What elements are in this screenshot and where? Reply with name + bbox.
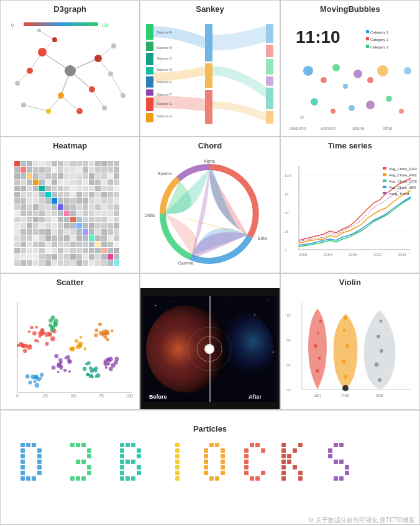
svg-rect-302: [95, 235, 101, 241]
cell-violin[interactable]: Violin: [280, 273, 420, 410]
footer: ⚙ 关于数据分析与可视化 @TCTO博客: [308, 516, 415, 525]
svg-rect-212: [64, 204, 70, 210]
svg-rect-287: [107, 229, 113, 235]
svg-rect-164: [83, 186, 88, 191]
cell-heatmap[interactable]: Heatmap (function() { const svg = docume…: [0, 137, 140, 273]
svg-point-500: [53, 322, 57, 325]
svg-rect-271: [114, 223, 119, 229]
cell-scatter[interactable]: Scatter 0255075100 (function() { const s…: [0, 273, 140, 410]
svg-point-510: [103, 361, 107, 365]
svg-rect-158: [45, 186, 51, 191]
svg-rect-211: [58, 204, 63, 210]
svg-point-437: [66, 355, 70, 360]
svg-rect-247: [70, 217, 76, 222]
cell-imageslider[interactable]: ImageSlider: [140, 273, 280, 410]
svg-rect-94: [70, 161, 76, 166]
svg-rect-279: [58, 229, 63, 235]
svg-rect-344: [39, 254, 45, 260]
svg-text:0: 0: [11, 23, 14, 27]
svg-rect-636: [204, 471, 208, 475]
d3graph-title: D3graph: [53, 1, 86, 15]
cell-d3graph[interactable]: D3graph 0 100: [0, 0, 140, 137]
svg-rect-171: [21, 192, 26, 197]
svg-rect-264: [70, 223, 76, 229]
svg-rect-107: [45, 167, 51, 173]
svg-rect-304: [107, 235, 113, 241]
svg-rect-576: [32, 443, 36, 447]
cell-chord[interactable]: Chord: [140, 137, 280, 273]
svg-point-564: [380, 349, 383, 353]
svg-rect-659: [281, 465, 286, 469]
svg-rect-583: [21, 465, 25, 469]
svg-rect-343: [33, 254, 39, 260]
svg-text:Source D: Source D: [157, 68, 173, 71]
heatmap-content: (function() { const svg = document.getEl…: [1, 152, 139, 273]
svg-rect-320: [101, 242, 107, 247]
svg-point-435: [67, 359, 71, 363]
svg-point-431: [54, 353, 58, 358]
svg-text:Category 3: Category 3: [370, 45, 389, 49]
svg-rect-236: [107, 211, 113, 216]
svg-point-473: [85, 363, 88, 365]
svg-rect-122: [33, 173, 39, 179]
svg-rect-369: [89, 260, 94, 266]
svg-rect-179: [70, 192, 76, 197]
svg-text:25: 25: [285, 230, 289, 234]
svg-rect-586: [37, 471, 42, 475]
svg-rect-41: [146, 113, 153, 122]
main-grid: D3graph 0 100: [0, 0, 420, 526]
svg-point-514: [104, 366, 107, 368]
svg-rect-312: [52, 242, 57, 247]
svg-rect-185: [107, 192, 113, 197]
svg-rect-341: [21, 254, 26, 260]
svg-rect-259: [39, 223, 45, 229]
svg-rect-214: [76, 204, 82, 210]
svg-rect-303: [101, 235, 107, 241]
svg-rect-90: [45, 161, 51, 166]
svg-rect-91: [52, 161, 57, 166]
svg-rect-351: [83, 254, 88, 260]
svg-rect-305: [114, 235, 119, 241]
svg-text:Feb: Feb: [342, 393, 349, 397]
svg-text:75: 75: [285, 193, 289, 196]
svg-rect-219: [107, 204, 113, 210]
svg-text:50: 50: [285, 211, 289, 215]
svg-rect-292: [33, 235, 39, 241]
timeseries-title: Time series: [328, 137, 372, 152]
svg-rect-166: [95, 186, 101, 191]
svg-point-557: [341, 359, 345, 363]
svg-rect-306: [14, 242, 20, 247]
svg-rect-360: [33, 260, 39, 266]
svg-point-451: [71, 347, 75, 350]
svg-text:Epsilon: Epsilon: [158, 171, 173, 176]
svg-rect-133: [101, 173, 107, 179]
svg-rect-220: [114, 204, 119, 210]
scatter-svg: 0255075100: [5, 296, 135, 402]
cell-particles[interactable]: Particles (function() { const svg = docu…: [0, 410, 420, 525]
cell-timeseries[interactable]: Time series: [280, 137, 420, 273]
svg-point-562: [378, 378, 381, 382]
svg-point-548: [206, 345, 214, 353]
svg-rect-63: [366, 30, 369, 33]
svg-rect-86: [21, 161, 26, 166]
chord-title: Chord: [198, 137, 222, 152]
svg-rect-403: [383, 192, 386, 194]
svg-rect-99: [101, 161, 107, 166]
svg-text:70: 70: [286, 314, 291, 317]
svg-rect-223: [27, 211, 32, 216]
svg-rect-37: [146, 67, 153, 75]
svg-rect-140: [39, 179, 45, 185]
svg-rect-253: [107, 217, 113, 222]
svg-rect-227: [52, 211, 57, 216]
svg-rect-129: [76, 173, 82, 179]
svg-rect-607: [120, 454, 124, 458]
cell-sankey[interactable]: Sankey: [140, 0, 280, 137]
svg-text:75: 75: [99, 394, 104, 398]
cell-movingbubbles[interactable]: MovingBubbles 11:10 Category 1 Category …: [280, 0, 420, 137]
svg-rect-147: [83, 179, 88, 185]
svg-rect-273: [21, 229, 26, 235]
svg-rect-233: [89, 211, 94, 216]
svg-text:0: 0: [285, 248, 287, 252]
svg-point-446: [75, 345, 80, 349]
svg-text:11:10: 11:10: [296, 27, 340, 47]
